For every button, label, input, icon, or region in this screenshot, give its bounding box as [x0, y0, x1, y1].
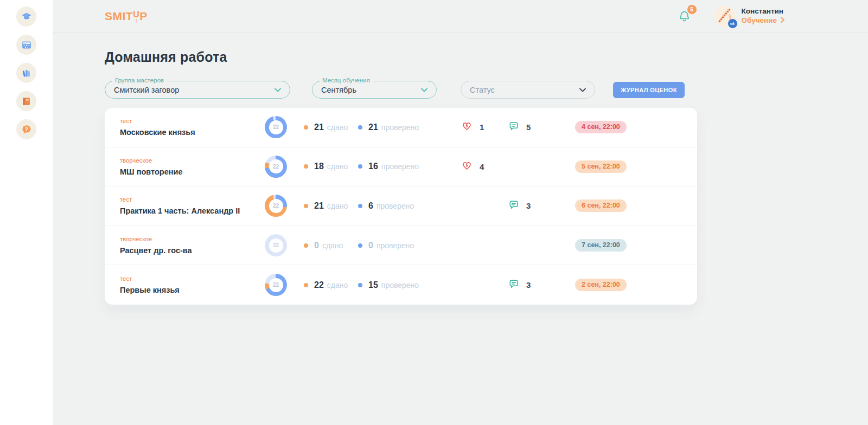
homework-name-cell: тест Практика 1 часть: Александр II	[120, 196, 265, 215]
homework-row[interactable]: тест Московские князья 22 21сдано 21пров…	[105, 108, 697, 147]
masters-group-select[interactable]: Группа мастеров Смитский заговор	[105, 81, 290, 99]
logo-text-p: P	[139, 10, 148, 23]
books-icon	[21, 67, 33, 79]
notification-count-badge: 5	[687, 5, 697, 14]
comments-stat: 5	[508, 121, 575, 134]
deadline-badge: 4 сен, 22:00	[575, 121, 627, 133]
submitted-legend: 18сдано	[304, 162, 358, 171]
study-month-label: Месяц обучения	[320, 77, 373, 83]
masters-group-label: Группа мастеров	[112, 77, 167, 83]
submitted-label: сдано	[327, 281, 348, 289]
homework-name-cell: тест Московские князья	[120, 118, 265, 137]
progress-donut: 22	[265, 234, 287, 256]
sidebar-item-schedule[interactable]	[16, 35, 36, 55]
submitted-label: сдано	[327, 123, 348, 132]
chevron-down-icon	[579, 88, 586, 92]
progress-donut: 22	[265, 274, 287, 296]
deadline-badge: 6 сен, 22:00	[575, 199, 627, 212]
comments-icon	[508, 199, 519, 212]
homework-row[interactable]: творческое Расцвет др. гос-ва 22 0сдано …	[105, 226, 697, 266]
homework-row[interactable]: творческое МШ повторение 22 18сдано 16пр…	[105, 147, 697, 187]
progress-donut: 22	[265, 156, 287, 178]
homework-name-cell: творческое МШ повторение	[120, 157, 265, 176]
orange-dot-icon	[304, 164, 308, 169]
checked-count: 0	[368, 241, 373, 250]
page-title: Домашняя работа	[105, 49, 868, 65]
chevron-down-icon	[275, 88, 281, 92]
submitted-count: 0	[314, 241, 319, 250]
checked-count: 15	[368, 280, 378, 290]
deadline-cell: 7 сен, 22:00	[575, 239, 682, 252]
checked-label: проверено	[381, 162, 419, 171]
homework-title: Московские князья	[120, 128, 265, 137]
status-select[interactable]: Статус	[461, 81, 595, 99]
deadline-badge: 2 сен, 22:00	[575, 279, 627, 291]
orange-dot-icon	[304, 243, 308, 248]
masters-group-value: Смитский заговор	[114, 86, 179, 94]
blue-dot-icon	[358, 125, 362, 130]
checked-count: 21	[368, 123, 378, 132]
hearts-stat: 1	[461, 120, 508, 134]
deadline-cell: 4 сен, 22:00	[575, 121, 682, 133]
orange-dot-icon	[304, 204, 308, 208]
checked-label: проверено	[381, 281, 419, 289]
homework-name-cell: тест Первые князья	[120, 275, 265, 294]
hearts-count: 1	[480, 123, 484, 132]
submitted-count: 21	[314, 201, 324, 211]
vk-icon: vk	[728, 19, 737, 28]
svg-text:?: ?	[25, 126, 28, 132]
progress-donut: 22	[265, 116, 287, 138]
orange-dot-icon	[304, 283, 308, 287]
sidebar-item-homework[interactable]	[16, 91, 36, 111]
calendar-icon	[21, 39, 33, 51]
submitted-count: 18	[314, 162, 324, 171]
submitted-legend: 22сдано	[304, 280, 358, 290]
submitted-legend: 21сдано	[304, 201, 358, 211]
study-month-select[interactable]: Месяц обучения Сентябрь	[312, 81, 437, 99]
homework-type: тест	[120, 196, 265, 203]
logo-up-arrow-icon: ↑	[135, 18, 138, 24]
broken-heart-icon	[461, 160, 473, 173]
deadline-cell: 5 сен, 22:00	[575, 160, 682, 173]
study-month-value: Сентябрь	[321, 86, 356, 94]
smitup-logo[interactable]: SMITU↑P	[105, 10, 148, 23]
comments-icon	[508, 279, 519, 292]
submitted-count: 22	[314, 280, 324, 290]
user-menu[interactable]: Константин Обучение	[742, 7, 784, 25]
deadline-cell: 2 сен, 22:00	[575, 279, 682, 291]
submitted-label: сдано	[322, 241, 343, 250]
checked-label: проверено	[376, 241, 414, 250]
sidebar-item-courses[interactable]	[16, 7, 36, 27]
avatar[interactable]: vk	[714, 6, 735, 27]
sidebar: ?	[0, 0, 53, 425]
notifications-bell[interactable]: 5	[678, 9, 692, 24]
checked-legend: 21проверено	[358, 123, 461, 132]
bell-icon	[678, 16, 691, 25]
blue-dot-icon	[358, 283, 362, 287]
donut-total: 22	[273, 124, 279, 130]
submitted-label: сдано	[327, 202, 348, 210]
graduation-cap-icon	[21, 11, 33, 23]
deadline-badge: 5 сен, 22:00	[575, 160, 627, 173]
header: SMITU↑P 5	[53, 0, 868, 33]
checked-label: проверено	[381, 123, 419, 132]
main-area: SMITU↑P 5	[53, 0, 868, 425]
submitted-count: 21	[314, 123, 324, 132]
homework-row[interactable]: тест Практика 1 часть: Александр II 22 2…	[105, 186, 697, 226]
sidebar-item-help[interactable]: ?	[16, 119, 36, 139]
checked-count: 16	[368, 162, 378, 171]
book-icon	[21, 95, 33, 107]
homework-title: Расцвет др. гос-ва	[120, 246, 265, 255]
comments-stat: 3	[508, 279, 575, 292]
homework-row[interactable]: тест Первые князья 22 22сдано 15проверен…	[105, 265, 697, 305]
content: Домашняя работа Группа мастеров Смитский…	[53, 33, 868, 305]
donut-total: 22	[273, 242, 279, 248]
blue-dot-icon	[358, 243, 362, 248]
blue-dot-icon	[358, 204, 362, 208]
chevron-down-icon	[421, 88, 427, 92]
help-icon: ?	[21, 124, 33, 136]
checked-count: 6	[368, 201, 373, 211]
homework-title: Первые князья	[120, 286, 265, 294]
grades-journal-button[interactable]: ЖУРНАЛ ОЦЕНОК	[613, 82, 685, 98]
sidebar-item-library[interactable]	[16, 63, 36, 83]
